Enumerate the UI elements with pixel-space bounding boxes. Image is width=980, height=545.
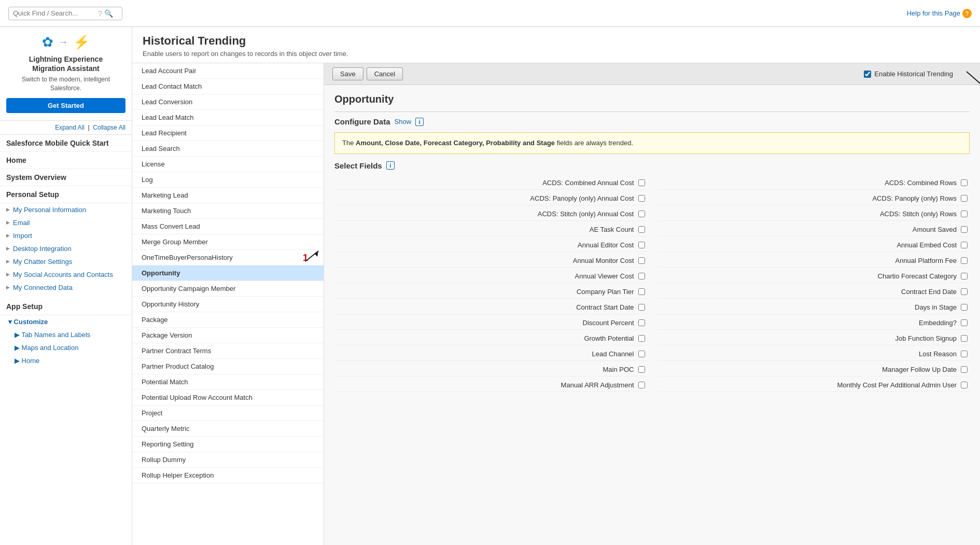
nav-list-item-6[interactable]: License <box>132 157 324 172</box>
field-right-label-2: ACDS: Stitch (only) Rows <box>660 210 957 218</box>
nav-list-item-3[interactable]: Lead Lead Match <box>132 110 324 125</box>
nav-list-item-13[interactable]: Opportunity <box>132 265 324 281</box>
field-right-checkbox-3[interactable] <box>961 226 968 233</box>
field-left-checkbox-12[interactable] <box>638 366 645 373</box>
nav-list-item-23[interactable]: Quarterly Metric <box>132 421 324 437</box>
field-left-checkbox-7[interactable] <box>638 288 645 295</box>
sidebar-item-personal-info[interactable]: My Personal Information <box>0 203 132 216</box>
field-right-checkbox-5[interactable] <box>961 257 968 264</box>
field-left-row-6: Annual Viewer Cost <box>334 270 647 283</box>
annotation-arrow-2 <box>961 69 980 95</box>
field-right-checkbox-12[interactable] <box>961 366 968 373</box>
nav-list-item-26[interactable]: Rollup Helper Exception <box>132 468 324 483</box>
nav-list-item-4[interactable]: Lead Recipient <box>132 125 324 141</box>
field-left-checkbox-13[interactable] <box>638 382 645 388</box>
sidebar-item-maps[interactable]: ▶ Maps and Location <box>0 341 132 354</box>
field-right-checkbox-11[interactable] <box>961 351 968 357</box>
field-left-checkbox-10[interactable] <box>638 335 645 342</box>
sidebar-section-home[interactable]: Home <box>0 152 132 169</box>
detail-panel: Save Cancel Enable Historical Trending <box>324 63 980 545</box>
field-right-checkbox-2[interactable] <box>961 211 968 217</box>
nav-list-item-10[interactable]: Mass Convert Lead <box>132 219 324 234</box>
field-left-checkbox-5[interactable] <box>638 257 645 264</box>
field-left-checkbox-0[interactable] <box>638 179 645 186</box>
field-right-checkbox-8[interactable] <box>961 304 968 311</box>
cancel-button[interactable]: Cancel <box>367 67 403 80</box>
sidebar-item-connected[interactable]: My Connected Data <box>0 281 132 294</box>
nav-list-item-9[interactable]: Marketing Touch <box>132 203 324 219</box>
field-left-checkbox-6[interactable] <box>638 273 645 280</box>
field-right-row-11: Lost Reason <box>657 347 970 361</box>
sidebar-item-home-sub[interactable]: ▶ Home <box>0 354 132 367</box>
configure-data-label: Configure Data <box>334 117 390 126</box>
nav-list-item-25[interactable]: Rollup Dummy <box>132 452 324 468</box>
select-fields-info-icon[interactable]: i <box>386 161 395 170</box>
nav-list-item-1[interactable]: Lead Contact Match <box>132 79 324 94</box>
save-button[interactable]: Save <box>332 67 363 80</box>
sidebar-item-customize[interactable]: ▾ Customize <box>0 315 132 328</box>
field-left-label-8: Contract Start Date <box>337 303 634 311</box>
nav-list-item-12[interactable]: OneTimeBuyerPersonaHistory1 <box>132 250 324 265</box>
nav-list-item-11[interactable]: Merge Group Member <box>132 234 324 250</box>
help-circle-icon[interactable]: ? <box>98 9 102 18</box>
sidebar-item-desktop[interactable]: Desktop Integration <box>0 242 132 255</box>
sidebar-item-tab-names[interactable]: ▶ Tab Names and Labels <box>0 328 132 341</box>
show-link[interactable]: Show <box>395 118 412 125</box>
nav-list-item-17[interactable]: Package Version <box>132 328 324 343</box>
sidebar-item-import[interactable]: Import <box>0 229 132 242</box>
field-left-checkbox-3[interactable] <box>638 226 645 233</box>
field-left-checkbox-9[interactable] <box>638 319 645 326</box>
expand-all-link[interactable]: Expand All <box>55 124 85 131</box>
nav-list-item-0[interactable]: Lead Account Pair <box>132 63 324 79</box>
search-box[interactable]: ? 🔍 <box>8 7 122 20</box>
enable-trending-checkbox[interactable] <box>864 71 871 78</box>
field-left-checkbox-1[interactable] <box>638 195 645 202</box>
sidebar-item-email[interactable]: Email <box>0 216 132 229</box>
field-right-checkbox-1[interactable] <box>961 195 968 202</box>
select-fields-header: Select Fields i <box>334 161 970 170</box>
field-left-checkbox-4[interactable] <box>638 242 645 248</box>
field-right-checkbox-7[interactable] <box>961 288 968 295</box>
field-left-checkbox-2[interactable] <box>638 211 645 217</box>
sidebar-section-personal[interactable]: Personal Setup <box>0 186 132 203</box>
sidebar-item-chatter[interactable]: My Chatter Settings <box>0 255 132 268</box>
help-link[interactable]: Help for this Page ? <box>907 9 972 18</box>
nav-list-item-7[interactable]: Log <box>132 172 324 188</box>
field-right-checkbox-13[interactable] <box>961 382 968 388</box>
nav-list-item-15[interactable]: Opportunity History <box>132 297 324 312</box>
nav-list-item-2[interactable]: Lead Conversion <box>132 94 324 110</box>
nav-list-item-14[interactable]: Opportunity Campaign Member <box>132 281 324 297</box>
expand-collapse-row: Expand All | Collapse All <box>0 121 132 135</box>
nav-list-item-16[interactable]: Package <box>132 312 324 328</box>
nav-list-item-18[interactable]: Partner Contract Terms <box>132 343 324 359</box>
sidebar-section-mobile[interactable]: Salesforce Mobile Quick Start <box>0 135 132 152</box>
nav-list-item-20[interactable]: Potential Match <box>132 374 324 390</box>
sidebar-item-social[interactable]: My Social Accounts and Contacts <box>0 268 132 281</box>
field-right-checkbox-6[interactable] <box>961 273 968 280</box>
field-left-checkbox-8[interactable] <box>638 304 645 311</box>
sidebar-section-system[interactable]: System Overview <box>0 169 132 186</box>
nav-list-item-21[interactable]: Potential Upload Row Account Match <box>132 390 324 406</box>
field-left-checkbox-11[interactable] <box>638 351 645 357</box>
nav-list-item-5[interactable]: Lead Search <box>132 141 324 157</box>
collapse-all-link[interactable]: Collapse All <box>93 124 125 131</box>
sidebar-item-social-label: My Social Accounts and Contacts <box>13 271 113 278</box>
sidebar-section-app-setup[interactable]: App Setup <box>0 298 132 315</box>
field-right-checkbox-10[interactable] <box>961 335 968 342</box>
snowflake-icon: ✿ <box>42 34 53 50</box>
field-left-row-10: Growth Potential <box>334 332 647 345</box>
field-left-row-4: Annual Editor Cost <box>334 239 647 252</box>
get-started-button[interactable]: Get Started <box>6 98 125 113</box>
nav-list-item-19[interactable]: Partner Product Catalog <box>132 359 324 374</box>
field-right-checkbox-0[interactable] <box>961 179 968 186</box>
nav-list-item-24[interactable]: Reporting Setting <box>132 437 324 452</box>
field-right-checkbox-9[interactable] <box>961 319 968 326</box>
field-right-checkbox-4[interactable] <box>961 242 968 248</box>
configure-info-icon[interactable]: i <box>415 118 424 126</box>
search-icon[interactable]: 🔍 <box>104 9 113 18</box>
field-left-label-3: AE Task Count <box>337 226 634 233</box>
nav-list-item-8[interactable]: Marketing Lead <box>132 188 324 203</box>
search-input[interactable] <box>13 9 96 17</box>
nav-list-item-22[interactable]: Project <box>132 406 324 421</box>
action-button-group: Save Cancel <box>332 67 403 80</box>
